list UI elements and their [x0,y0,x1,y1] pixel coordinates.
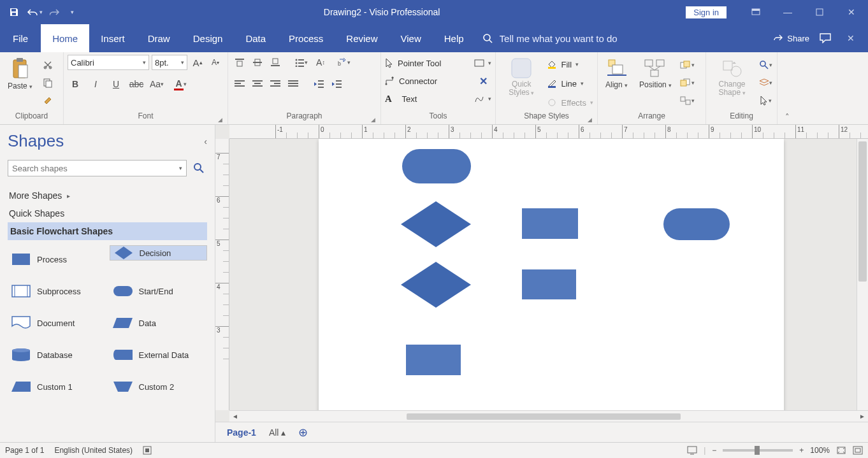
bring-front-button[interactable]: ▾ [679,57,695,73]
align-right-button[interactable] [268,76,283,92]
scroll-left-button[interactable]: ◄ [229,413,241,420]
send-back-button[interactable]: ▾ [679,75,695,90]
drawing-viewport[interactable] [229,139,857,410]
tab-home[interactable]: Home [41,24,89,52]
undo-button[interactable]: ▾ [25,3,43,21]
align-left-button[interactable] [232,76,247,92]
increase-font-button[interactable]: A▴ [190,55,205,70]
find-button[interactable]: ▾ [758,57,773,73]
bullets-button[interactable]: ▾ [293,55,308,70]
font-color-button[interactable]: A▾ [170,76,191,92]
fill-button[interactable]: Fill▾ [547,56,593,73]
tab-process[interactable]: Process [277,24,335,52]
format-painter-button[interactable] [40,93,55,108]
shape-custom1[interactable]: Custom 1 [8,373,106,401]
text-tool-button[interactable]: A Text [385,90,417,107]
zoom-level[interactable]: 100% [810,446,830,455]
scrollbar-thumb[interactable] [858,141,867,282]
shapestyles-dialog-launcher[interactable]: ◢ [588,117,592,123]
status-language[interactable]: English (United States) [54,446,133,455]
scrollbar-thumb-h[interactable] [407,413,681,420]
text-direction-button[interactable]: A↕ [311,55,330,70]
collapse-ribbon-button[interactable]: ˄ [778,52,797,124]
shape-start-end[interactable]: Start/End [110,277,208,305]
bold-button[interactable]: B [68,76,83,92]
change-case-button[interactable]: Aa▾ [149,76,164,92]
decrease-indent-button[interactable] [311,76,326,92]
rotate-text-button[interactable]: b▾ [333,55,354,70]
canvas-shape-process-1[interactable] [521,208,579,240]
comments-button[interactable] [820,33,831,43]
effects-button[interactable]: Effects▾ [547,94,593,111]
rectangle-tool-button[interactable]: ▾ [474,55,491,71]
align-button[interactable]: Align ▾ [602,55,632,92]
page-tab-1[interactable]: Page-1 [227,427,256,438]
scroll-right-button[interactable]: ► [857,413,868,420]
more-shapes-button[interactable]: More Shapes▸ [8,187,207,204]
canvas-shape-decision-2[interactable] [400,261,472,308]
zoom-out-button[interactable]: − [712,446,716,455]
redo-button[interactable] [46,3,64,21]
tell-me-input[interactable] [500,33,665,44]
canvas-shape-decision-1[interactable] [400,201,472,248]
justify-button[interactable] [286,76,301,92]
align-center-button[interactable] [250,76,265,92]
connector-tool-button[interactable]: Connector [385,73,437,89]
layers-button[interactable]: ▾ [758,75,773,90]
shape-process[interactable]: Process [8,245,106,273]
share-button[interactable]: Share [773,33,809,43]
group-button[interactable]: ▾ [679,93,695,108]
align-top-button[interactable] [232,55,247,70]
tab-insert[interactable]: Insert [89,24,136,52]
search-shapes-box[interactable]: ▾ [8,160,187,176]
align-middle-button[interactable] [250,55,265,70]
shape-external-data[interactable]: External Data [110,341,208,369]
connection-point-button[interactable]: ✕ [479,73,491,89]
basic-flowchart-category[interactable]: Basic Flowchart Shapes [8,222,207,240]
maximize-button[interactable] [806,3,834,22]
save-icon[interactable] [5,3,23,21]
close-button[interactable]: ✕ [837,3,865,22]
paragraph-dialog-launcher[interactable]: ◢ [371,117,375,123]
add-page-button[interactable]: ⊕ [298,426,308,440]
ribbon-display-icon[interactable] [742,3,770,22]
zoom-slider[interactable] [723,449,793,452]
strikethrough-button[interactable]: abc [129,76,144,92]
font-name-select[interactable]: Calibri▾ [68,55,149,70]
ink-tool-button[interactable]: ▾ [474,90,491,107]
collapse-shapes-button[interactable]: ‹ [204,136,207,147]
position-button[interactable]: Position ▾ [635,55,676,92]
quick-shapes-button[interactable]: Quick Shapes [8,204,207,222]
search-shapes-button[interactable] [191,160,207,176]
tell-me[interactable] [482,24,665,52]
shape-document[interactable]: Document [8,309,106,337]
shape-subprocess[interactable]: Subprocess [8,277,106,305]
canvas-shape-process-2[interactable] [521,269,577,300]
tab-data[interactable]: Data [234,24,277,52]
increase-indent-button[interactable] [329,76,344,92]
select-button[interactable]: ▾ [758,93,773,108]
tab-draw[interactable]: Draw [136,24,182,52]
qat-customize-icon[interactable]: ▾ [66,3,78,21]
tab-help[interactable]: Help [433,24,475,52]
paste-button[interactable]: Paste ▾ [4,55,36,93]
search-dropdown-icon[interactable]: ▾ [179,165,182,171]
shape-database[interactable]: Database [8,341,106,369]
minimize-button[interactable]: — [774,3,802,22]
signin-button[interactable]: Sign in [686,6,727,18]
tab-file[interactable]: File [0,24,41,52]
zoom-in-button[interactable]: + [799,446,804,455]
tab-view[interactable]: View [389,24,432,52]
font-dialog-launcher[interactable]: ◢ [218,117,222,123]
macro-record-button[interactable] [143,446,152,455]
fit-window-button[interactable] [853,446,863,455]
font-size-select[interactable]: 8pt.▾ [152,55,187,70]
decrease-font-button[interactable]: A▾ [208,55,223,70]
all-pages-button[interactable]: All ▴ [269,427,286,438]
presentation-mode-button[interactable] [687,446,697,455]
search-shapes-input[interactable] [12,164,179,173]
fit-page-button[interactable] [836,446,846,455]
close-pane-button[interactable]: ✕ [841,29,860,48]
canvas-shape-startend-2[interactable] [663,208,730,241]
line-button[interactable]: Line▾ [547,75,593,92]
